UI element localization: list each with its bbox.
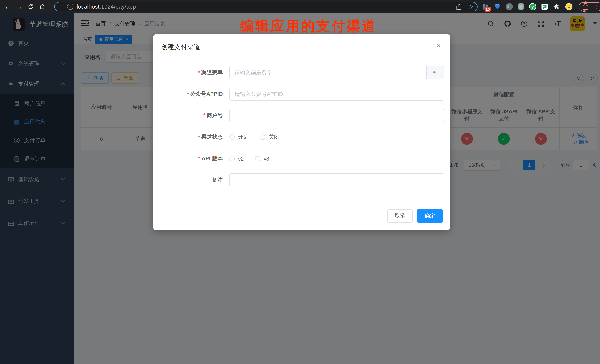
required-asterisk: * <box>198 69 200 75</box>
address-bar[interactable]: i localhost:1024/pay/app ☆ <box>54 2 478 11</box>
api-version-radio-group: v2 v3 <box>229 152 444 165</box>
site-info-icon[interactable]: i <box>67 3 73 10</box>
close-icon[interactable]: × <box>436 42 441 50</box>
url-text: localhost:1024/pay/app <box>77 3 136 10</box>
status-closed-radio[interactable]: 关闭 <box>260 133 280 141</box>
create-channel-dialog: 创建支付渠道 × *渠道费率 % *公众号APPID *商户号 <box>153 35 450 230</box>
form-row-rate: *渠道费率 % <box>153 66 450 79</box>
extension-chat-icon[interactable] <box>541 3 548 10</box>
screen: ← → i localhost:1024/pay/app ☆ 10 <box>0 0 600 364</box>
radio-circle-icon <box>229 156 235 162</box>
form-row-api-version: *API 版本 v2 v3 <box>153 152 450 165</box>
status-radio-group: 开启 关闭 <box>229 130 444 144</box>
merchant-id-input[interactable] <box>230 109 444 122</box>
share-icon[interactable] <box>456 3 462 10</box>
required-asterisk: * <box>187 91 189 97</box>
required-asterisk: * <box>198 155 200 162</box>
browser-update-button[interactable]: 更新 ⋮ <box>579 2 600 11</box>
api-v3-radio[interactable]: v3 <box>255 156 269 162</box>
rate-input-wrap: % <box>229 66 444 79</box>
required-asterisk: * <box>198 134 200 140</box>
channel-rate-input[interactable] <box>230 66 426 79</box>
percent-suffix: % <box>426 66 444 79</box>
extension-badge: 10 <box>485 7 491 12</box>
form-row-status: *渠道状态 开启 关闭 <box>153 130 450 144</box>
radio-circle-icon <box>255 156 260 162</box>
extension-command-icon[interactable]: ⌘ <box>506 3 513 10</box>
status-open-radio[interactable]: 开启 <box>229 133 249 141</box>
browser-back-icon[interactable]: ← <box>4 3 11 10</box>
cancel-button[interactable]: 取消 <box>387 209 413 223</box>
extensions-puzzle-icon[interactable] <box>553 3 560 10</box>
form-row-remark: 备注 <box>153 173 450 186</box>
confirm-button[interactable]: 确定 <box>417 209 443 223</box>
extension-balloon-icon[interactable] <box>494 3 501 10</box>
api-v2-radio[interactable]: v2 <box>229 156 244 162</box>
required-asterisk: * <box>204 112 206 118</box>
extension-grid-icon[interactable]: 10 <box>482 3 489 10</box>
extensions-area: 10 ⌘ y 更新 ⋮ <box>482 0 600 13</box>
profile-emoji-avatar[interactable] <box>565 3 573 10</box>
browser-chrome: ← → i localhost:1024/pay/app ☆ 10 <box>0 0 600 13</box>
browser-home-icon[interactable] <box>38 3 46 10</box>
browser-forward-icon[interactable]: → <box>16 3 23 10</box>
appid-input[interactable] <box>230 88 444 100</box>
extension-y-icon[interactable]: y <box>529 3 536 10</box>
radio-circle-icon <box>229 134 235 140</box>
browser-reload-icon[interactable] <box>27 3 35 10</box>
radio-circle-icon <box>260 134 265 140</box>
browser-menu-icon[interactable]: ⋮ <box>594 4 599 10</box>
remark-input[interactable] <box>230 174 444 186</box>
form-row-merchant: *商户号 <box>153 109 450 122</box>
dialog-title: 创建支付渠道 <box>161 43 200 51</box>
form-row-appid: *公众号APPID <box>153 88 450 100</box>
bookmark-star-icon[interactable]: ☆ <box>468 3 473 10</box>
annotation-text: 编辑应用的支付渠道 <box>240 17 377 36</box>
extension-dot-icon[interactable] <box>517 3 525 10</box>
